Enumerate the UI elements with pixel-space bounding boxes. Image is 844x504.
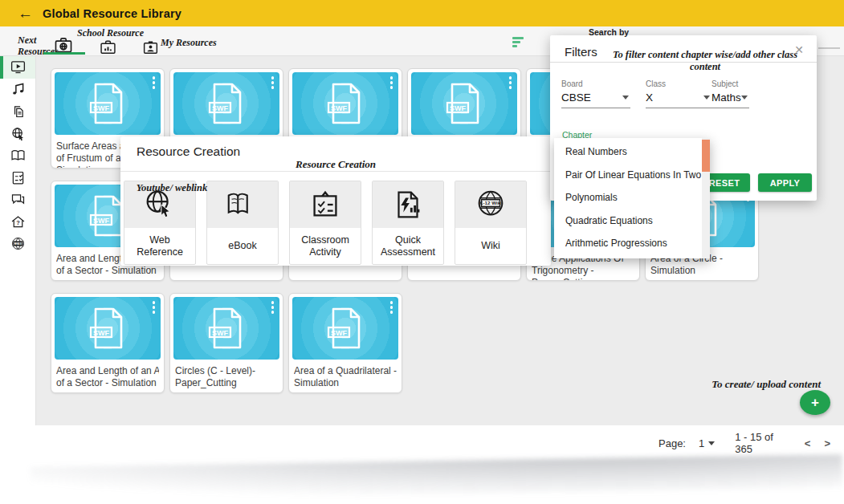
swf-file-icon: SWF — [89, 306, 126, 351]
sidebar-item-documents[interactable] — [0, 100, 35, 123]
svg-text:SWF: SWF — [93, 217, 109, 225]
sidebar-item-discussion[interactable] — [0, 189, 35, 211]
svg-text:SWF: SWF — [331, 104, 347, 112]
scrollbar-track[interactable] — [702, 138, 710, 258]
annotation-my-resources: My Resources — [161, 37, 217, 49]
page-label: Page: — [658, 437, 686, 449]
sidebar-item-home-help[interactable]: ? — [0, 211, 35, 234]
chevron-down-icon — [741, 96, 748, 100]
chat-bubbles-icon — [10, 191, 27, 208]
filter-label: Subject — [711, 79, 749, 88]
card-menu-icon[interactable] — [271, 76, 275, 91]
svg-text:SWF: SWF — [93, 329, 109, 337]
filter-select[interactable]: Board CBSE — [561, 79, 630, 108]
resource-card[interactable]: SWF Circles (C - Level)-Paper_Cutting — [169, 293, 283, 393]
card-menu-icon[interactable] — [390, 76, 393, 91]
back-arrow-icon[interactable]: ← — [18, 6, 33, 21]
video-player-icon — [10, 59, 27, 75]
chevron-down-icon — [708, 441, 715, 445]
svg-text:SWF: SWF — [331, 329, 347, 337]
card-menu-icon[interactable] — [271, 301, 275, 315]
option-label: Web Reference — [124, 228, 195, 264]
modal-title: Resource Creation — [137, 144, 240, 159]
next-page-button[interactable]: > — [824, 437, 830, 449]
card-menu-icon[interactable] — [153, 76, 156, 91]
filter-select[interactable]: Class X — [646, 79, 711, 108]
sidebar-item-ebook[interactable] — [0, 144, 35, 167]
chapter-option[interactable]: Real Numbers — [554, 140, 710, 164]
option-classroom-activity[interactable]: Classroom Activity — [289, 181, 361, 265]
filter-label: Class — [646, 79, 711, 88]
swf-file-icon: SWF — [327, 81, 364, 126]
filter-select[interactable]: Subject Maths — [711, 79, 749, 108]
chevron-down-icon — [703, 96, 710, 100]
plus-icon: + — [811, 395, 819, 410]
tab-school-resources[interactable] — [99, 38, 117, 56]
sidebar-item-web-reference[interactable] — [0, 123, 35, 145]
page-title: Global Resource Library — [43, 7, 181, 20]
sidebar-item-assessment[interactable] — [0, 167, 35, 189]
checklist-icon — [10, 169, 27, 186]
filter-label: Board — [561, 79, 630, 88]
option-quick-assessment[interactable]: Quick Assessment — [372, 181, 444, 265]
app-header: ← Global Resource Library — [0, 0, 844, 26]
page-number-value: 1 — [699, 437, 704, 449]
option-label: Quick Assessment — [373, 228, 443, 264]
resource-thumbnail: SWF — [292, 297, 398, 360]
svg-text:K-12 Wiki: K-12 Wiki — [12, 242, 23, 246]
card-menu-icon[interactable] — [153, 301, 156, 315]
prev-page-button[interactable]: < — [805, 437, 811, 449]
swf-file-icon: SWF — [446, 81, 483, 126]
resource-thumbnail: SWF — [55, 297, 161, 360]
resource-creation-modal: Resource Creation Resource Creation Yout… — [120, 136, 551, 266]
filter-value: CBSE — [561, 91, 591, 104]
pagination: Page: 1 1 - 15 of 365 < > — [658, 431, 844, 455]
sidebar-item-audio[interactable] — [0, 79, 35, 101]
resource-thumbnail: SWF — [411, 72, 517, 135]
sidebar-item-video[interactable] — [0, 56, 35, 79]
resource-thumbnail: SWF — [55, 72, 161, 135]
annotation-search-by: Search by — [589, 27, 629, 37]
chapter-dropdown-menu: Real Numbers Pair Of Linear Equations In… — [554, 138, 710, 258]
resource-thumbnail: SWF — [173, 297, 279, 360]
card-title: Circles (C - Level)-Paper_Cutting — [170, 363, 283, 389]
chapter-option[interactable]: Quadratic Equations — [554, 209, 710, 233]
sidebar-item-k12-wiki[interactable]: K-12 Wiki — [0, 233, 35, 255]
resource-card[interactable]: SWF Area of a Quadrilateral -Simulation — [288, 293, 402, 393]
open-book-icon — [224, 186, 261, 223]
sort-icon[interactable] — [512, 37, 525, 49]
option-wiki[interactable]: K-12 Wiki Wiki — [455, 181, 527, 265]
chevron-down-icon — [622, 96, 629, 100]
tab-my-resources[interactable] — [141, 38, 160, 56]
filter-value: X — [646, 91, 653, 104]
card-menu-icon[interactable] — [390, 301, 393, 315]
svg-text:SWF: SWF — [212, 104, 228, 112]
k12-wiki-globe-icon: K-12 Wiki — [10, 235, 27, 252]
resource-thumbnail: SWF — [173, 72, 279, 135]
briefcase-person-icon — [141, 38, 160, 56]
briefcase-school-icon — [99, 38, 117, 56]
svg-text:?: ? — [16, 219, 20, 226]
option-label: eBook — [207, 228, 278, 264]
annotation-filter-help: To filter content chapter wise/add other… — [600, 49, 810, 73]
apply-button[interactable]: APPLY — [758, 173, 812, 192]
resource-card[interactable]: SWF Area and Length of an Arcof a Sector… — [51, 293, 165, 393]
add-content-fab[interactable]: + — [800, 390, 830, 415]
search-input-underline — [818, 47, 840, 49]
svg-text:SWF: SWF — [93, 104, 109, 112]
page-shadow — [31, 454, 843, 501]
web-globe-cursor-icon — [10, 125, 27, 142]
documents-icon — [10, 103, 27, 120]
active-tab-indicator — [43, 52, 85, 55]
option-ebook[interactable]: eBook — [206, 181, 279, 265]
page-range: 1 - 15 of 365 — [735, 431, 787, 455]
home-question-icon: ? — [10, 213, 27, 230]
scrollbar-thumb[interactable] — [702, 140, 710, 172]
svg-text:SWF: SWF — [450, 104, 466, 112]
chapter-option[interactable]: Polynomials — [554, 186, 710, 209]
chapter-option[interactable]: Pair Of Linear Equations In Two Varia... — [554, 164, 710, 187]
chapter-option[interactable]: Arithmetic Progressions — [554, 232, 710, 255]
card-menu-icon[interactable] — [509, 76, 512, 91]
filters-divider — [550, 62, 817, 63]
page-number-select[interactable]: 1 — [699, 437, 715, 449]
